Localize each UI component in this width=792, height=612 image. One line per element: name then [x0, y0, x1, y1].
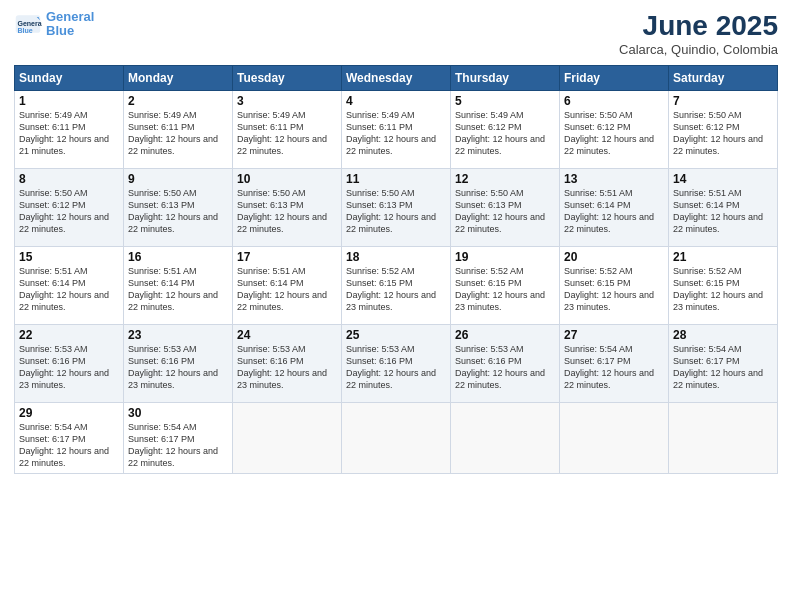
day-number: 3 [237, 94, 337, 108]
day-cell: 5 Sunrise: 5:49 AM Sunset: 6:12 PM Dayli… [451, 91, 560, 169]
calendar-week-row: 8 Sunrise: 5:50 AM Sunset: 6:12 PM Dayli… [15, 169, 778, 247]
day-cell: 12 Sunrise: 5:50 AM Sunset: 6:13 PM Dayl… [451, 169, 560, 247]
month-title: June 2025 [619, 10, 778, 42]
day-cell: 27 Sunrise: 5:54 AM Sunset: 6:17 PM Dayl… [560, 325, 669, 403]
day-cell: 30 Sunrise: 5:54 AM Sunset: 6:17 PM Dayl… [124, 403, 233, 474]
empty-cell [451, 403, 560, 474]
day-cell: 7 Sunrise: 5:50 AM Sunset: 6:12 PM Dayli… [669, 91, 778, 169]
day-info: Sunrise: 5:53 AM Sunset: 6:16 PM Dayligh… [346, 343, 446, 392]
day-number: 30 [128, 406, 228, 420]
day-cell: 23 Sunrise: 5:53 AM Sunset: 6:16 PM Dayl… [124, 325, 233, 403]
day-number: 15 [19, 250, 119, 264]
title-block: June 2025 Calarca, Quindio, Colombia [619, 10, 778, 57]
day-info: Sunrise: 5:53 AM Sunset: 6:16 PM Dayligh… [455, 343, 555, 392]
day-info: Sunrise: 5:50 AM Sunset: 6:13 PM Dayligh… [237, 187, 337, 236]
day-info: Sunrise: 5:50 AM Sunset: 6:12 PM Dayligh… [673, 109, 773, 158]
day-number: 5 [455, 94, 555, 108]
empty-cell [342, 403, 451, 474]
day-info: Sunrise: 5:49 AM Sunset: 6:11 PM Dayligh… [237, 109, 337, 158]
empty-cell [560, 403, 669, 474]
day-info: Sunrise: 5:51 AM Sunset: 6:14 PM Dayligh… [19, 265, 119, 314]
day-number: 9 [128, 172, 228, 186]
day-number: 27 [564, 328, 664, 342]
location: Calarca, Quindio, Colombia [619, 42, 778, 57]
day-cell: 29 Sunrise: 5:54 AM Sunset: 6:17 PM Dayl… [15, 403, 124, 474]
day-info: Sunrise: 5:50 AM Sunset: 6:12 PM Dayligh… [19, 187, 119, 236]
day-number: 24 [237, 328, 337, 342]
day-number: 16 [128, 250, 228, 264]
day-cell: 9 Sunrise: 5:50 AM Sunset: 6:13 PM Dayli… [124, 169, 233, 247]
logo-icon: General Blue [14, 10, 42, 38]
logo: General Blue GeneralBlue [14, 10, 94, 39]
day-cell: 8 Sunrise: 5:50 AM Sunset: 6:12 PM Dayli… [15, 169, 124, 247]
empty-cell [669, 403, 778, 474]
calendar-week-row: 29 Sunrise: 5:54 AM Sunset: 6:17 PM Dayl… [15, 403, 778, 474]
day-number: 11 [346, 172, 446, 186]
calendar-week-row: 15 Sunrise: 5:51 AM Sunset: 6:14 PM Dayl… [15, 247, 778, 325]
day-number: 6 [564, 94, 664, 108]
day-number: 1 [19, 94, 119, 108]
day-info: Sunrise: 5:53 AM Sunset: 6:16 PM Dayligh… [128, 343, 228, 392]
day-info: Sunrise: 5:53 AM Sunset: 6:16 PM Dayligh… [237, 343, 337, 392]
day-cell: 16 Sunrise: 5:51 AM Sunset: 6:14 PM Dayl… [124, 247, 233, 325]
day-number: 20 [564, 250, 664, 264]
day-cell: 14 Sunrise: 5:51 AM Sunset: 6:14 PM Dayl… [669, 169, 778, 247]
day-number: 2 [128, 94, 228, 108]
header-sunday: Sunday [15, 66, 124, 91]
day-number: 18 [346, 250, 446, 264]
day-info: Sunrise: 5:52 AM Sunset: 6:15 PM Dayligh… [673, 265, 773, 314]
day-info: Sunrise: 5:49 AM Sunset: 6:12 PM Dayligh… [455, 109, 555, 158]
calendar-container: General Blue GeneralBlue June 2025 Calar… [0, 0, 792, 484]
day-cell: 13 Sunrise: 5:51 AM Sunset: 6:14 PM Dayl… [560, 169, 669, 247]
day-info: Sunrise: 5:54 AM Sunset: 6:17 PM Dayligh… [564, 343, 664, 392]
day-number: 14 [673, 172, 773, 186]
day-info: Sunrise: 5:50 AM Sunset: 6:13 PM Dayligh… [346, 187, 446, 236]
day-info: Sunrise: 5:51 AM Sunset: 6:14 PM Dayligh… [564, 187, 664, 236]
day-cell: 15 Sunrise: 5:51 AM Sunset: 6:14 PM Dayl… [15, 247, 124, 325]
day-info: Sunrise: 5:49 AM Sunset: 6:11 PM Dayligh… [128, 109, 228, 158]
day-cell: 21 Sunrise: 5:52 AM Sunset: 6:15 PM Dayl… [669, 247, 778, 325]
day-info: Sunrise: 5:49 AM Sunset: 6:11 PM Dayligh… [19, 109, 119, 158]
day-cell: 10 Sunrise: 5:50 AM Sunset: 6:13 PM Dayl… [233, 169, 342, 247]
day-number: 28 [673, 328, 773, 342]
day-cell: 6 Sunrise: 5:50 AM Sunset: 6:12 PM Dayli… [560, 91, 669, 169]
day-cell: 18 Sunrise: 5:52 AM Sunset: 6:15 PM Dayl… [342, 247, 451, 325]
logo-text: GeneralBlue [46, 10, 94, 39]
day-info: Sunrise: 5:51 AM Sunset: 6:14 PM Dayligh… [673, 187, 773, 236]
day-info: Sunrise: 5:49 AM Sunset: 6:11 PM Dayligh… [346, 109, 446, 158]
day-cell: 24 Sunrise: 5:53 AM Sunset: 6:16 PM Dayl… [233, 325, 342, 403]
weekday-header-row: Sunday Monday Tuesday Wednesday Thursday… [15, 66, 778, 91]
day-cell: 20 Sunrise: 5:52 AM Sunset: 6:15 PM Dayl… [560, 247, 669, 325]
calendar-week-row: 1 Sunrise: 5:49 AM Sunset: 6:11 PM Dayli… [15, 91, 778, 169]
header-saturday: Saturday [669, 66, 778, 91]
day-number: 22 [19, 328, 119, 342]
day-number: 21 [673, 250, 773, 264]
day-info: Sunrise: 5:52 AM Sunset: 6:15 PM Dayligh… [346, 265, 446, 314]
day-info: Sunrise: 5:51 AM Sunset: 6:14 PM Dayligh… [237, 265, 337, 314]
day-info: Sunrise: 5:52 AM Sunset: 6:15 PM Dayligh… [564, 265, 664, 314]
day-info: Sunrise: 5:54 AM Sunset: 6:17 PM Dayligh… [128, 421, 228, 470]
header-friday: Friday [560, 66, 669, 91]
day-number: 4 [346, 94, 446, 108]
day-info: Sunrise: 5:54 AM Sunset: 6:17 PM Dayligh… [19, 421, 119, 470]
day-number: 13 [564, 172, 664, 186]
day-cell: 3 Sunrise: 5:49 AM Sunset: 6:11 PM Dayli… [233, 91, 342, 169]
day-number: 23 [128, 328, 228, 342]
svg-text:General: General [18, 20, 43, 27]
day-cell: 1 Sunrise: 5:49 AM Sunset: 6:11 PM Dayli… [15, 91, 124, 169]
header-tuesday: Tuesday [233, 66, 342, 91]
empty-cell [233, 403, 342, 474]
day-number: 7 [673, 94, 773, 108]
day-number: 10 [237, 172, 337, 186]
calendar-week-row: 22 Sunrise: 5:53 AM Sunset: 6:16 PM Dayl… [15, 325, 778, 403]
day-cell: 2 Sunrise: 5:49 AM Sunset: 6:11 PM Dayli… [124, 91, 233, 169]
day-info: Sunrise: 5:54 AM Sunset: 6:17 PM Dayligh… [673, 343, 773, 392]
day-info: Sunrise: 5:51 AM Sunset: 6:14 PM Dayligh… [128, 265, 228, 314]
day-cell: 28 Sunrise: 5:54 AM Sunset: 6:17 PM Dayl… [669, 325, 778, 403]
day-info: Sunrise: 5:50 AM Sunset: 6:13 PM Dayligh… [128, 187, 228, 236]
day-info: Sunrise: 5:50 AM Sunset: 6:12 PM Dayligh… [564, 109, 664, 158]
header-thursday: Thursday [451, 66, 560, 91]
day-cell: 4 Sunrise: 5:49 AM Sunset: 6:11 PM Dayli… [342, 91, 451, 169]
day-cell: 22 Sunrise: 5:53 AM Sunset: 6:16 PM Dayl… [15, 325, 124, 403]
day-cell: 11 Sunrise: 5:50 AM Sunset: 6:13 PM Dayl… [342, 169, 451, 247]
